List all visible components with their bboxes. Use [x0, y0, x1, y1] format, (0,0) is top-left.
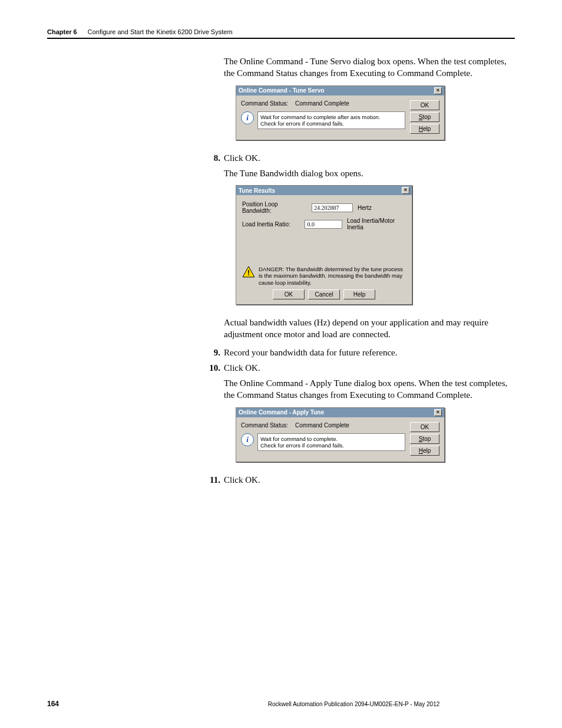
chapter-title: Configure and Start the Kinetix 6200 Dri…	[88, 28, 233, 35]
help-button[interactable]: Help	[410, 446, 439, 456]
step-text: Record your bandwidth data for future re…	[224, 347, 515, 358]
info-textbox: Wait for command to complete. Check for …	[257, 433, 405, 452]
dialog-titlebar: Online Command - Tune Servo ×	[236, 86, 444, 95]
ok-button[interactable]: OK	[273, 289, 305, 299]
position-bandwidth-unit: Hertz	[358, 205, 372, 211]
paragraph: The Online Command - Tune Servo dialog b…	[224, 55, 515, 80]
header-rule	[47, 38, 515, 39]
position-bandwidth-input[interactable]: 24.202887	[312, 203, 353, 212]
paragraph: The Online Command - Apply Tune dialog b…	[224, 377, 515, 401]
paragraph: Actual bandwidth values (Hz) depend on y…	[224, 317, 515, 341]
command-status-label: Command Status:	[241, 100, 288, 107]
command-status-value: Command Complete	[295, 100, 349, 107]
info-textbox: Wait for command to complete after axis …	[257, 111, 405, 130]
ok-button[interactable]: OK	[410, 422, 439, 432]
dialog-titlebar: Online Command - Apply Tune ×	[236, 408, 444, 417]
close-icon[interactable]: ×	[402, 187, 409, 194]
step-number: 11.	[206, 474, 220, 486]
close-icon[interactable]: ×	[434, 409, 442, 416]
page-number: 164	[47, 700, 193, 708]
ok-button[interactable]: OK	[410, 100, 439, 110]
dialog-tune-results: Tune Results × Position Loop Bandwidth: …	[236, 185, 412, 305]
command-status-label: Command Status:	[241, 422, 288, 429]
step-number: 9.	[206, 347, 220, 358]
stop-button[interactable]: Stop	[410, 434, 439, 444]
position-bandwidth-label: Position Loop Bandwidth:	[242, 201, 307, 214]
warning-icon: !	[242, 266, 255, 278]
svg-text:!: !	[247, 269, 250, 277]
dialog-titlebar: Tune Results ×	[236, 186, 412, 195]
load-inertia-label: Load Inertia Ratio:	[242, 221, 300, 228]
dialog-title-text: Tune Results	[239, 187, 275, 194]
info-icon: i	[241, 433, 254, 446]
publication-info: Rockwell Automation Publication 2094-UM0…	[193, 701, 515, 707]
warning-text: DANGER: The Bandwidth determined by the …	[259, 266, 406, 286]
close-icon[interactable]: ×	[434, 87, 442, 94]
cancel-button[interactable]: Cancel	[308, 289, 340, 299]
dialog-title-text: Online Command - Tune Servo	[239, 87, 324, 94]
load-inertia-unit: Load Inertia/Motor Inertia	[347, 218, 406, 230]
dialog-apply-tune: Online Command - Apply Tune × Command St…	[236, 407, 445, 462]
command-status-value: Command Complete	[295, 422, 349, 429]
step-number: 10.	[206, 362, 220, 374]
step-text: Click OK.	[224, 362, 515, 374]
help-button[interactable]: Help	[410, 124, 439, 134]
dialog-tune-servo: Online Command - Tune Servo × Command St…	[236, 85, 445, 140]
info-icon: i	[241, 111, 254, 124]
step-number: 8.	[206, 152, 220, 164]
step-text: Click OK.	[224, 152, 515, 164]
paragraph: The Tune Bandwidth dialog box opens.	[224, 167, 515, 179]
dialog-title-text: Online Command - Apply Tune	[239, 409, 324, 416]
load-inertia-input[interactable]: 0.0	[305, 220, 342, 229]
chapter-number: Chapter 6	[47, 28, 77, 35]
help-button[interactable]: Help	[343, 289, 375, 299]
stop-button[interactable]: Stop	[410, 112, 439, 122]
step-text: Click OK.	[224, 474, 515, 486]
